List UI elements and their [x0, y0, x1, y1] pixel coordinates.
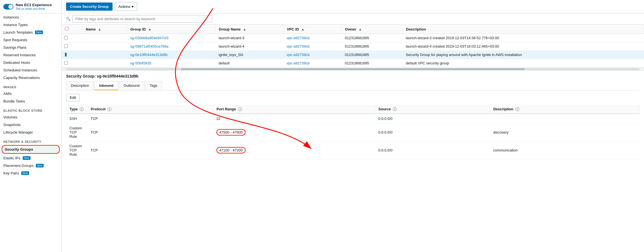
inbound-source: 0.0.0.0/0 [375, 123, 490, 141]
actions-button[interactable]: Actions ▾ [115, 2, 137, 11]
row-group-id: sg-09671af0455ca768a [127, 42, 215, 51]
detail-title: Security Group: sg-0e10ff0444e313d9b [66, 74, 640, 78]
inbound-port-range: 22 [213, 114, 375, 123]
chevron-down-icon: ▾ [132, 4, 134, 9]
row-group-id: sg-030eb8a954e947cf3 [127, 34, 215, 42]
create-security-group-button[interactable]: Create Security Group [66, 3, 113, 11]
content-area: Create Security Group Actions ▾ 🔍 Name ▲… [62, 0, 644, 252]
inbound-description: discovery [490, 123, 639, 141]
row-checkbox[interactable] [64, 36, 68, 39]
inbound-col-port-range: Port Range i [213, 105, 375, 114]
row-name [82, 59, 127, 67]
sidebar-item-volumes[interactable]: Volumes [0, 113, 61, 121]
table-row[interactable]: sg-50b45935 default vpc-a92739cb 0123186… [62, 59, 644, 67]
row-owner: 012318681895 [342, 34, 403, 42]
select-all-col [62, 25, 82, 34]
row-vpc-id: vpc-a92739cb [283, 59, 342, 67]
row-owner: 012318681895 [342, 42, 403, 51]
sidebar-item-snapshots[interactable]: Snapshots [0, 121, 61, 129]
row-vpc-id: vpc-a92739cb [283, 51, 342, 59]
inbound-col-description: Description i [490, 105, 639, 114]
inbound-source: 0.0.0.0/0 [375, 141, 490, 159]
row-owner: 012318681895 [342, 59, 403, 67]
inbound-type: Custom TCP Rule [66, 141, 87, 159]
col-vpc-id[interactable]: VPC ID ▲ [283, 25, 342, 34]
sidebar-item-reserved-instances[interactable]: Reserved Instances [0, 51, 61, 59]
col-description[interactable]: Description [402, 25, 644, 34]
sidebar-item-spot-requests[interactable]: Spot Requests [0, 36, 61, 44]
security-groups-table-container: Name ▲ Group ID ▲ Group Name ▲ VPC ID ▲ … [62, 25, 644, 68]
table-scrollbar[interactable] [62, 68, 644, 71]
new-ec2-toggle[interactable] [3, 4, 13, 10]
col-owner[interactable]: Owner ▲ [342, 25, 403, 34]
elastic-ips-badge: New [23, 156, 31, 160]
inbound-col-type: Type i [66, 105, 87, 114]
ebs-section-title: ELASTIC BLOCK STORE [0, 105, 61, 113]
row-name [82, 51, 127, 59]
inbound-source: 0.0.0.0/0 [375, 114, 490, 123]
search-input[interactable] [72, 15, 212, 23]
row-checkbox[interactable] [64, 44, 68, 48]
row-checkbox-cell [62, 42, 70, 50]
row-group-name: launch-wizard-4 [215, 42, 283, 51]
port-circle-highlight: 47500 - 47600 [216, 129, 246, 136]
sidebar-item-launch-templates[interactable]: Launch Templates New [0, 29, 61, 36]
inbound-col-source: Source i [375, 105, 490, 114]
table-row[interactable]: sg-09671af0455ca768a launch-wizard-4 vpc… [62, 42, 644, 51]
inbound-protocol: TCP [87, 123, 213, 141]
sidebar-item-dedicated-hosts[interactable]: Dedicated Hosts [0, 59, 61, 66]
toolbar: Create Security Group Actions ▾ [62, 0, 644, 13]
tab-inbound[interactable]: Inbound [94, 81, 118, 90]
sidebar-item-capacity-reservations[interactable]: Capacity Reservations [0, 74, 61, 81]
col-name[interactable]: Name ▲ [82, 25, 127, 34]
col-group-id[interactable]: Group ID ▲ [127, 25, 215, 34]
sidebar-item-lifecycle-manager[interactable]: Lifecycle Manager [0, 129, 61, 136]
table-row[interactable]: sg-0e10ff0444e313d9b ignite_toys_SG vpc-… [62, 51, 644, 59]
sidebar-item-elastic-ips[interactable]: Elastic IPs New [0, 154, 61, 162]
col-group-name[interactable]: Group Name ▲ [215, 25, 283, 34]
sidebar: New EC2 Experience Tell us what you thin… [0, 0, 62, 252]
inbound-type: Custom TCP Rule [66, 123, 87, 141]
sidebar-item-instance-types[interactable]: Instance Types [0, 21, 61, 29]
tab-tags[interactable]: Tags [145, 81, 162, 90]
inbound-rule-row: Custom TCP Rule TCP 47100 - 47200 0.0.0.… [66, 141, 640, 159]
inbound-description: communication [490, 141, 639, 159]
search-icon: 🔍 [66, 17, 71, 21]
sidebar-item-security-groups[interactable]: Security Groups [2, 145, 60, 154]
sidebar-item-key-pairs[interactable]: Key Pairs New [0, 169, 61, 177]
sidebar-item-placement-groups[interactable]: Placement Groups New [0, 162, 61, 169]
row-vpc-id: vpc-a92739cb [283, 34, 342, 42]
inbound-type: SSH [66, 114, 87, 123]
inbound-port-range: 47100 - 47200 [213, 141, 375, 159]
row-description: launch-wizard-3 created 2019-12-03T14:36… [402, 34, 644, 42]
sidebar-item-instances[interactable]: Instances [0, 13, 61, 21]
row-checkbox-cell [62, 51, 70, 59]
row-checkbox[interactable] [65, 53, 67, 57]
security-groups-table: Name ▲ Group ID ▲ Group Name ▲ VPC ID ▲ … [62, 25, 644, 67]
row-description: default VPC security group [402, 59, 644, 67]
row-description: Security Group for playing around with A… [402, 51, 644, 59]
row-name [82, 42, 127, 51]
row-checkbox-cell [62, 59, 70, 67]
placement-groups-badge: New [36, 164, 44, 167]
edit-button[interactable]: Edit [66, 94, 80, 101]
tab-outbound[interactable]: Outbound [119, 81, 144, 90]
row-description: launch-wizard-4 created 2019-12-03T16:03… [402, 42, 644, 51]
sidebar-item-bundle-tasks[interactable]: Bundle Tasks [0, 97, 61, 105]
sidebar-item-savings-plans[interactable]: Savings Plans [0, 44, 61, 51]
inbound-rule-row: Custom TCP Rule TCP 47500 - 47600 0.0.0.… [66, 123, 640, 141]
select-all-checkbox[interactable] [65, 27, 69, 31]
detail-panel: Security Group: sg-0e10ff0444e313d9b Des… [62, 71, 644, 252]
row-group-name: launch-wizard-3 [215, 34, 283, 42]
table-row[interactable]: sg-030eb8a954e947cf3 launch-wizard-3 vpc… [62, 34, 644, 42]
sidebar-item-scheduled-instances[interactable]: Scheduled Instances [0, 66, 61, 74]
row-group-id: sg-50b45935 [127, 59, 215, 67]
inbound-description [490, 114, 639, 123]
row-checkbox[interactable] [64, 61, 68, 65]
tab-description[interactable]: Description [66, 81, 94, 90]
detail-tabs: Description Inbound Outbound Tags [66, 81, 640, 90]
sidebar-item-amis[interactable]: AMIs [0, 90, 61, 97]
row-group-id: sg-0e10ff0444e313d9b [127, 51, 215, 59]
new-ec2-sub[interactable]: Tell us what you think [16, 7, 52, 10]
inbound-col-protocol: Protocol i [87, 105, 213, 114]
